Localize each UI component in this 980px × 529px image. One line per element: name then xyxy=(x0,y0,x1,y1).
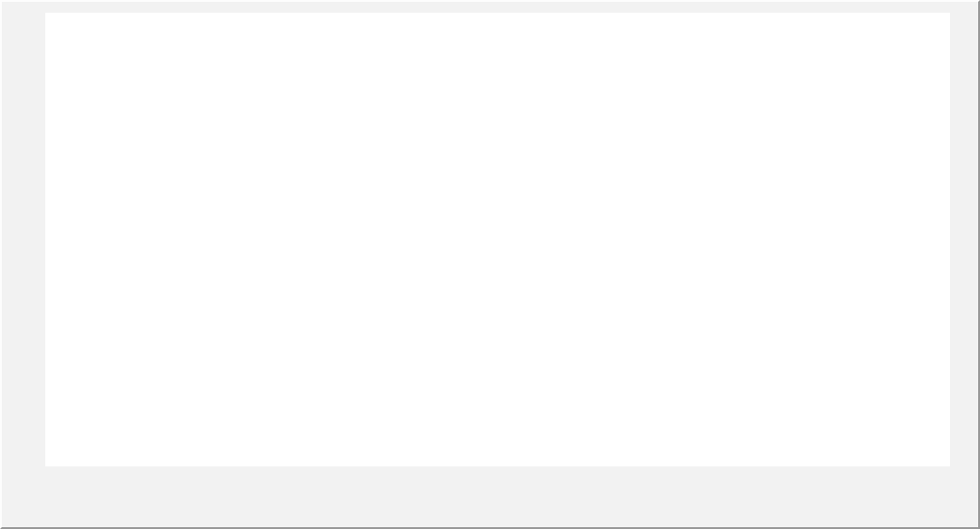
grid-and-axes xyxy=(2,2,978,527)
rrdtool-graph xyxy=(0,0,980,529)
